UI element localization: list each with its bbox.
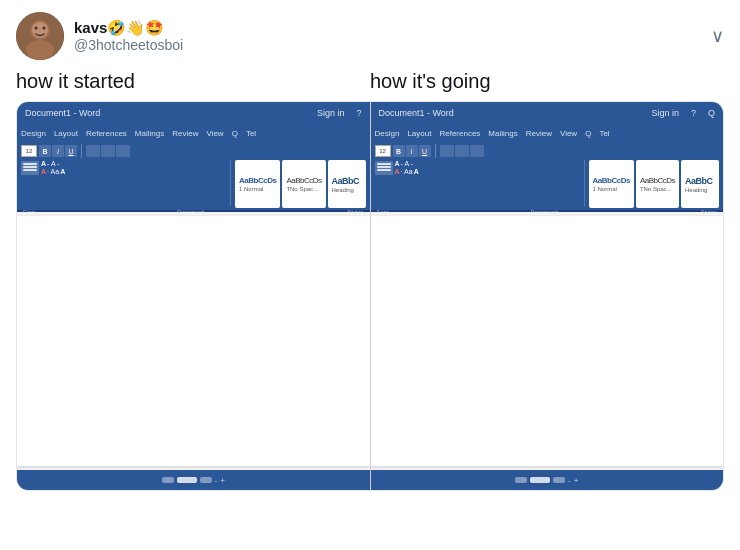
svg-point-5: [43, 27, 46, 30]
left-label: how it started: [16, 70, 370, 93]
status-dot-r1: [515, 477, 527, 483]
svg-point-4: [35, 27, 38, 30]
svg-point-2: [26, 40, 54, 60]
word-menu-left: Design Layout References Mailings Review…: [17, 124, 370, 142]
font-size-right[interactable]: 12: [375, 145, 391, 157]
word-doc-title-left: Document1 - Word: [25, 108, 100, 118]
menu-tel-right: Tel: [599, 129, 609, 138]
menu-q-right[interactable]: Q: [585, 129, 591, 138]
tab-label-right: Q: [708, 108, 715, 118]
menu-design-left[interactable]: Design: [21, 129, 46, 138]
menu-layout-right[interactable]: Layout: [407, 129, 431, 138]
zoom-level-right[interactable]: -: [568, 476, 571, 485]
status-dot-2: [200, 477, 212, 483]
menu-layout-left[interactable]: Layout: [54, 129, 78, 138]
menu-review-left[interactable]: Review: [172, 129, 198, 138]
username[interactable]: kavs🤣👋🤩: [74, 19, 183, 37]
labels-container: how it started how it's going: [16, 70, 724, 93]
menu-review-right[interactable]: Review: [526, 129, 552, 138]
tweet-header: kavs🤣👋🤩 @3hotcheetosboi ∨: [16, 12, 724, 60]
right-label: how it's going: [370, 70, 724, 93]
menu-view-left[interactable]: View: [206, 129, 223, 138]
status-dot-r2: [553, 477, 565, 483]
word-titlebar-left: Document1 - Word Sign in ?: [17, 102, 370, 124]
menu-view-right[interactable]: View: [560, 129, 577, 138]
menu-tel-left: Tel: [246, 129, 256, 138]
signin-label-left[interactable]: Sign in: [317, 108, 345, 118]
menu-mailings-left[interactable]: Mailings: [135, 129, 164, 138]
word-page-right: [371, 216, 724, 466]
menu-references-left[interactable]: References: [86, 129, 127, 138]
status-dot-active: [177, 477, 197, 483]
zoom-percent-right[interactable]: +: [574, 476, 579, 485]
menu-q-left[interactable]: Q: [232, 129, 238, 138]
word-page-left: [17, 216, 370, 466]
zoom-percent-left[interactable]: +: [220, 476, 225, 485]
font-size-left[interactable]: 12: [21, 145, 37, 157]
word-panel-right: Document1 - Word Sign in ? Q Design Layo…: [371, 102, 724, 490]
meme-container: Document1 - Word Sign in ? Design Layout…: [16, 101, 724, 491]
word-ribbon-right: 12 B I U: [371, 142, 724, 212]
word-ribbon-left: 12 B I U: [17, 142, 370, 212]
tweet-container: kavs🤣👋🤩 @3hotcheetosboi ∨ how it started…: [0, 0, 740, 550]
menu-mailings-right[interactable]: Mailings: [488, 129, 517, 138]
word-document-area-left[interactable]: [17, 212, 370, 470]
avatar[interactable]: [16, 12, 64, 60]
chevron-down-icon[interactable]: ∨: [711, 25, 724, 47]
word-statusbar-right: - +: [371, 470, 724, 490]
status-dots-right: - +: [515, 476, 578, 485]
word-menu-right: Design Layout References Mailings Review…: [371, 124, 724, 142]
user-info: kavs🤣👋🤩 @3hotcheetosboi: [74, 19, 183, 53]
status-dots-left: - +: [162, 476, 225, 485]
word-document-area-right[interactable]: [371, 212, 724, 470]
signin-label-right[interactable]: Sign in: [651, 108, 679, 118]
menu-references-right[interactable]: References: [439, 129, 480, 138]
handle[interactable]: @3hotcheetosboi: [74, 37, 183, 53]
help-icon-right: ?: [691, 108, 696, 118]
word-panel-left: Document1 - Word Sign in ? Design Layout…: [17, 102, 371, 490]
word-doc-title-right: Document1 - Word: [379, 108, 454, 118]
word-statusbar-left: - +: [17, 470, 370, 490]
word-titlebar-right: Document1 - Word Sign in ? Q: [371, 102, 724, 124]
menu-design-right[interactable]: Design: [375, 129, 400, 138]
zoom-level-left[interactable]: -: [215, 476, 218, 485]
status-dot-r-active: [530, 477, 550, 483]
help-icon-left: ?: [356, 108, 361, 118]
status-dot-1: [162, 477, 174, 483]
